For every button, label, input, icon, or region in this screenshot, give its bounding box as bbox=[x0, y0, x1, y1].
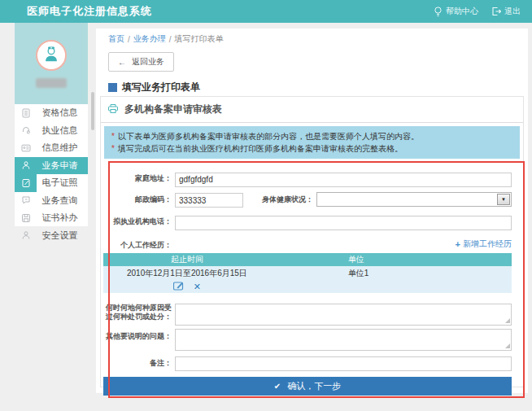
help-center-button[interactable]: 帮助中心 bbox=[434, 6, 478, 17]
check-icon: ✔ bbox=[274, 382, 281, 391]
logout-label: 退出 bbox=[504, 6, 521, 17]
breadcrumb-home[interactable]: 首页 bbox=[108, 33, 124, 45]
person-icon bbox=[15, 157, 37, 175]
resize-handle-icon[interactable] bbox=[505, 318, 510, 323]
sidebar-item-info-maintenance[interactable]: 信息维护 bbox=[15, 139, 88, 157]
form-row-punishment: 何时何地何种原因受过何种处罚或处分： bbox=[103, 304, 512, 326]
confirm-next-label: 确认，下一步 bbox=[287, 380, 341, 392]
breadcrumb-current: 填写打印表单 bbox=[175, 33, 224, 45]
postal-code-input[interactable] bbox=[175, 193, 243, 208]
add-experience-link[interactable]: + 新增工作经历 bbox=[456, 238, 512, 250]
user-panel bbox=[15, 23, 88, 104]
institution-phone-label: 拟执业机构电话： bbox=[103, 217, 172, 226]
form-row-remarks: 备注： bbox=[103, 356, 512, 372]
other-issues-label: 其他要说明的问题： bbox=[103, 329, 172, 341]
sidebar-item-label: 执业信息 bbox=[37, 125, 88, 137]
experience-table: 起止时间 单位 2010年12月1日至2016年6月15日 ✕ bbox=[103, 253, 512, 293]
institution-phone-input[interactable] bbox=[175, 216, 512, 230]
table-header-row: 起止时间 单位 bbox=[103, 253, 512, 266]
punishment-textarea[interactable] bbox=[175, 304, 512, 326]
lightbulb-icon bbox=[434, 7, 443, 17]
back-to-business-button[interactable]: ← 返回业务 bbox=[108, 52, 174, 72]
health-status-select[interactable]: ▼ bbox=[316, 192, 512, 207]
info-line: * 以下表单为医师多机构备案申请审核表的部分内容，也是需要医师个人填写的内容。 bbox=[111, 130, 512, 142]
resize-handle-icon[interactable] bbox=[505, 343, 510, 348]
form-row-other-issues: 其他要说明的问题： bbox=[103, 329, 512, 351]
remarks-label: 备注： bbox=[103, 359, 172, 368]
period-cell: 2010年12月1日至2016年6月15日 ✕ bbox=[103, 266, 271, 293]
remarks-input[interactable] bbox=[175, 356, 512, 371]
avatar[interactable] bbox=[36, 40, 67, 71]
home-address-label: 家庭地址： bbox=[103, 174, 172, 183]
page-title: 填写业务打印表单 bbox=[108, 81, 528, 94]
plus-icon: + bbox=[456, 239, 460, 249]
sidebar-item-label: 信息维护 bbox=[37, 142, 88, 154]
help-center-label: 帮助中心 bbox=[446, 6, 478, 17]
delete-icon[interactable]: ✕ bbox=[194, 282, 201, 291]
other-issues-textarea[interactable] bbox=[175, 329, 512, 351]
breadcrumb-separator: / bbox=[128, 35, 130, 44]
sidebar-item-label: 业务查询 bbox=[37, 195, 88, 207]
column-header-period: 起止时间 bbox=[103, 253, 271, 266]
form-body: 家庭地址： 邮政编码： 身体健康状况： ▼ 拟执业机构电话： bbox=[101, 171, 523, 396]
sidebar-item-certificate-reissue[interactable]: 证书补办 bbox=[15, 209, 88, 227]
chat-bubble-icon bbox=[15, 192, 37, 210]
app-header: 医师电子化注册信息系统 帮助中心 退出 bbox=[0, 0, 532, 23]
column-header-unit: 单位 bbox=[271, 253, 512, 266]
info-text: 以下表单为医师多机构备案申请审核表的部分内容，也是需要医师个人填写的内容。 bbox=[118, 130, 419, 142]
sidebar-item-label: 安全设置 bbox=[37, 230, 88, 242]
confirm-next-button[interactable]: ✔ 确认，下一步 bbox=[103, 377, 512, 396]
health-status-label: 身体健康状况： bbox=[243, 195, 313, 205]
app-title: 医师电子化注册信息系统 bbox=[27, 4, 152, 19]
sidebar-item-qualification[interactable]: 资格信息 bbox=[15, 104, 88, 122]
form-row-institution-phone: 拟执业机构电话： bbox=[103, 214, 512, 230]
asterisk-icon: * bbox=[111, 142, 115, 155]
sidebar-menu: 资格信息 执业信息 信息维护 业务申请 电子证照 bbox=[15, 104, 88, 244]
work-experience-label: 个人工作经历： bbox=[103, 241, 172, 250]
sidebar-item-practice[interactable]: 执业信息 bbox=[15, 122, 88, 140]
asterisk-icon: * bbox=[111, 130, 115, 142]
form-panel: 多机构备案申请审核表 * 以下表单为医师多机构备案申请审核表的部分内容，也是需要… bbox=[100, 96, 524, 387]
scrollbar-thumb[interactable] bbox=[91, 92, 94, 130]
floppy-icon bbox=[15, 209, 37, 227]
home-address-input[interactable] bbox=[175, 173, 512, 187]
id-card-icon bbox=[15, 139, 37, 157]
sidebar-item-label: 电子证照 bbox=[37, 177, 88, 189]
breadcrumb: 首页 / 业务办理 / 填写打印表单 bbox=[96, 28, 528, 45]
sidebar-item-business-query[interactable]: 业务查询 bbox=[15, 192, 88, 210]
content-card: 首页 / 业务办理 / 填写打印表单 ← 返回业务 填写业务打印表单 多机构备案… bbox=[96, 28, 528, 393]
user-name-redacted bbox=[36, 78, 67, 88]
sidebar-item-label: 业务申请 bbox=[37, 160, 88, 172]
unit-cell: 单位1 bbox=[271, 266, 512, 293]
breadcrumb-separator: / bbox=[169, 35, 172, 44]
table-row: 2010年12月1日至2016年6月15日 ✕ 单位1 bbox=[103, 266, 512, 293]
sidebar: 资格信息 执业信息 信息维护 业务申请 电子证照 bbox=[15, 23, 88, 226]
sidebar-item-label: 资格信息 bbox=[37, 107, 88, 119]
sidebar-item-label: 证书补办 bbox=[37, 212, 88, 224]
headset-icon bbox=[15, 122, 37, 140]
period-value: 2010年12月1日至2016年6月15日 bbox=[104, 268, 270, 279]
sidebar-item-business-application[interactable]: 业务申请 bbox=[15, 157, 88, 175]
printer-icon bbox=[107, 103, 119, 116]
sidebar-item-e-certificate[interactable]: 电子证照 bbox=[15, 174, 88, 192]
logout-button[interactable]: 退出 bbox=[491, 6, 521, 17]
back-arrow-icon: ← bbox=[118, 58, 126, 67]
sidebar-item-security-settings[interactable]: 安全设置 bbox=[15, 227, 88, 245]
form-row-postal-health: 邮政编码： 身体健康状况： ▼ bbox=[103, 192, 512, 208]
back-button-label: 返回业务 bbox=[132, 56, 164, 68]
info-line: * 填写完成后可在当前执业医疗机构打印医师多机构备案申请审核表的完整表格。 bbox=[111, 142, 512, 155]
form-title: 多机构备案申请审核表 bbox=[124, 103, 222, 116]
logout-icon bbox=[491, 7, 501, 16]
form-row-home-address: 家庭地址： bbox=[103, 171, 512, 187]
postal-code-label: 邮政编码： bbox=[103, 195, 172, 204]
square-bullet-icon bbox=[108, 83, 117, 92]
punishment-label: 何时何地何种原因受过何种处罚或处分： bbox=[103, 304, 172, 321]
breadcrumb-business[interactable]: 业务办理 bbox=[133, 33, 166, 45]
document-pencil-icon bbox=[15, 174, 37, 192]
form-header: 多机构备案申请审核表 bbox=[101, 97, 523, 123]
chevron-down-icon[interactable]: ▼ bbox=[497, 194, 510, 205]
info-box: * 以下表单为医师多机构备案申请审核表的部分内容，也是需要医师个人填写的内容。 … bbox=[104, 126, 520, 159]
info-text: 填写完成后可在当前执业医疗机构打印医师多机构备案申请审核表的完整表格。 bbox=[118, 142, 403, 155]
add-experience-label: 新增工作经历 bbox=[463, 238, 512, 250]
edit-icon[interactable] bbox=[173, 281, 184, 292]
